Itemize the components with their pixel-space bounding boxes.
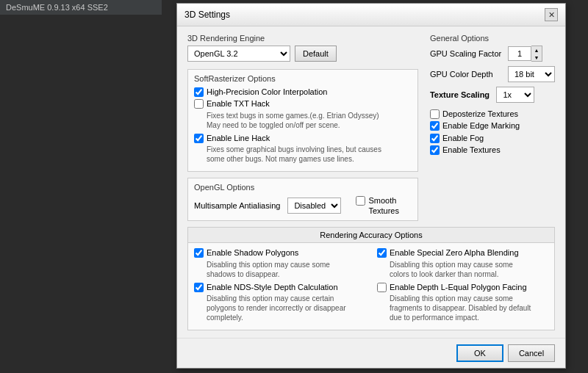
gpu-scaling-row: GPU Scaling Factor ▲ ▼ [430, 46, 555, 62]
rendering-engine-label: 3D Rendering Engine [187, 34, 418, 43]
depth-lequal-row: Enable Depth L-Equal Polygon Facing [377, 282, 548, 292]
high-precision-checkbox[interactable] [194, 87, 204, 97]
left-column: 3D Rendering Engine OpenGL 3.2 SoftRaste… [187, 34, 418, 221]
ok-button[interactable]: OK [456, 344, 503, 362]
txt-hack-desc: Fixes text bugs in some games.(e.g. Etri… [207, 111, 412, 130]
high-precision-row: High-Precision Color Interpolation [194, 87, 412, 97]
smooth-textures-row: Smooth Textures [356, 195, 412, 217]
line-hack-label: Enable Line Hack [207, 133, 270, 143]
softrasterizer-options: SoftRasterizer Options High-Precision Co… [187, 69, 418, 172]
spinbox-arrows: ▲ ▼ [531, 46, 542, 62]
spinbox-down[interactable]: ▼ [531, 54, 542, 61]
txt-hack-row: Enable TXT Hack [194, 98, 412, 109]
shadow-polygons-label: Enable Shadow Polygons [207, 247, 298, 258]
line-hack-checkbox[interactable] [194, 134, 204, 143]
textures-row: Enable Textures [430, 145, 555, 155]
opengl-options: OpenGL Options Multisample Antialiasing … [187, 178, 418, 222]
shadow-polygons-checkbox[interactable] [194, 248, 204, 258]
ra-right-column: Enable Special Zero Alpha Blending Disab… [371, 247, 548, 325]
rendering-accuracy-title: Rendering Accuracy Options [188, 228, 554, 243]
special-zero-alpha-row: Enable Special Zero Alpha Blending [377, 247, 548, 258]
nds-depth-desc: Disabling this option may cause certainp… [207, 294, 365, 322]
fog-label: Enable Fog [442, 133, 484, 143]
engine-row: OpenGL 3.2 SoftRasterizer Default [187, 46, 418, 62]
gpu-color-depth-select[interactable]: 18 bit 15 bit [508, 66, 555, 82]
line-hack-desc: Fixes some graphical bugs involving line… [207, 145, 412, 164]
dialog-body: 3D Rendering Engine OpenGL 3.2 SoftRaste… [177, 26, 565, 338]
gpu-color-depth-label: GPU Color Depth [430, 70, 503, 79]
special-zero-alpha-checkbox[interactable] [377, 248, 387, 258]
default-button[interactable]: Default [295, 46, 337, 62]
app-title: DeSmuME 0.9.13 x64 SSE2 [6, 3, 108, 12]
line-hack-row: Enable Line Hack [194, 133, 412, 143]
special-zero-alpha-label: Enable Special Zero Alpha Blending [390, 247, 519, 258]
msaa-smooth-row: Multisample Antialiasing Disabled 2x 4x … [194, 195, 412, 217]
txt-hack-label: Enable TXT Hack [207, 98, 270, 109]
smooth-textures-label: Smooth Textures [368, 195, 412, 217]
textures-label: Enable Textures [442, 145, 501, 155]
depth-lequal-checkbox[interactable] [377, 283, 387, 292]
deposterize-label: Deposterize Textures [442, 109, 518, 119]
gpu-scaling-label: GPU Scaling Factor [430, 49, 503, 58]
textures-checkbox[interactable] [430, 145, 440, 155]
fog-row: Enable Fog [430, 133, 555, 143]
gpu-scaling-spinbox: ▲ ▼ [508, 46, 542, 62]
settings-dialog: 3D Settings ✕ 3D Rendering Engine OpenGL… [176, 3, 566, 369]
softrasterizer-title: SoftRasterizer Options [194, 74, 412, 83]
msaa-label: Multisample Antialiasing [194, 201, 280, 210]
dialog-title: 3D Settings [184, 10, 230, 20]
texture-scaling-select[interactable]: 1x 2x 4x [496, 87, 534, 103]
engine-select[interactable]: OpenGL 3.2 SoftRasterizer [187, 46, 290, 62]
fog-checkbox[interactable] [430, 134, 440, 143]
nds-depth-checkbox[interactable] [194, 283, 204, 292]
dialog-title-bar: 3D Settings ✕ [177, 4, 565, 26]
msaa-select[interactable]: Disabled 2x 4x 8x [287, 198, 341, 214]
general-options-title: General Options [430, 34, 555, 43]
close-button[interactable]: ✕ [545, 8, 558, 21]
gpu-scaling-input[interactable] [508, 46, 531, 61]
high-precision-label: High-Precision Color Interpolation [207, 87, 327, 97]
right-column: General Options GPU Scaling Factor ▲ ▼ [430, 34, 555, 221]
shadow-polygons-desc: Disabling this option may cause someshad… [207, 260, 365, 279]
deposterize-row: Deposterize Textures [430, 109, 555, 119]
texture-scaling-section: Texture Scaling 1x 2x 4x [430, 87, 555, 103]
edge-marking-label: Enable Edge Marking [442, 120, 520, 131]
rendering-accuracy-section: Rendering Accuracy Options Enable Shadow… [187, 227, 555, 330]
txt-hack-checkbox[interactable] [194, 99, 204, 109]
rendering-accuracy-content: Enable Shadow Polygons Disabling this op… [188, 243, 554, 330]
gpu-color-depth-row: GPU Color Depth 18 bit 15 bit [430, 66, 555, 82]
nds-depth-label: Enable NDS-Style Depth Calculation [207, 282, 338, 292]
bottom-buttons: OK Cancel [177, 338, 565, 368]
ra-left-column: Enable Shadow Polygons Disabling this op… [194, 247, 371, 325]
edge-marking-row: Enable Edge Marking [430, 120, 555, 131]
deposterize-checkbox[interactable] [430, 109, 440, 119]
smooth-textures-checkbox[interactable] [356, 196, 365, 206]
depth-lequal-label: Enable Depth L-Equal Polygon Facing [390, 282, 527, 292]
cancel-button[interactable]: Cancel [508, 344, 555, 362]
edge-marking-checkbox[interactable] [430, 121, 440, 131]
depth-lequal-desc: Disabling this option may cause somefrag… [390, 294, 548, 322]
special-zero-alpha-desc: Disabling this option may cause somecolo… [390, 260, 548, 279]
top-section: 3D Rendering Engine OpenGL 3.2 SoftRaste… [187, 34, 555, 221]
opengl-title: OpenGL Options [194, 183, 412, 192]
texture-scaling-label: Texture Scaling [430, 90, 490, 99]
nds-depth-row: Enable NDS-Style Depth Calculation [194, 282, 365, 292]
spinbox-up[interactable]: ▲ [531, 46, 542, 54]
shadow-polygons-row: Enable Shadow Polygons [194, 247, 365, 258]
